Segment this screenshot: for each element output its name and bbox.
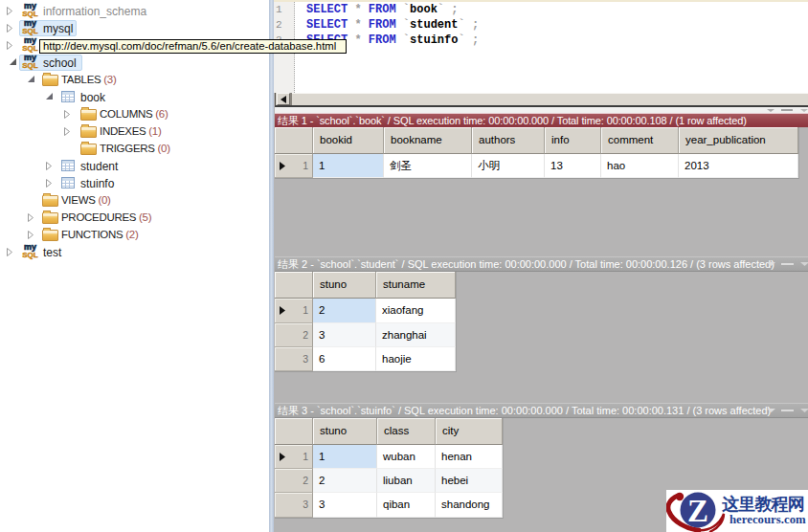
svg-text:这里教程网: 这里教程网 bbox=[722, 495, 804, 514]
svg-text:Z: Z bbox=[687, 494, 708, 528]
svg-text:herecours.com: herecours.com bbox=[729, 513, 806, 526]
